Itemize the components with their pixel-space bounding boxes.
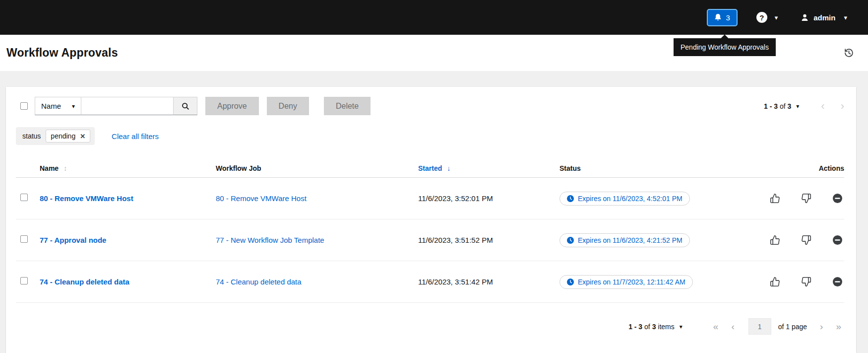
pending-approvals-tooltip: Pending Workflow Approvals (674, 38, 776, 56)
status-badge-label: Expires on 11/6/2023, 4:52:01 PM (578, 195, 682, 203)
caret-down-icon: ▾ (844, 14, 847, 21)
column-header-status: Status (559, 164, 768, 172)
table-row: 80 - Remove VMWare Host 80 - Remove VMWa… (16, 178, 844, 219)
thumbs-up-icon (770, 235, 780, 245)
current-page-input[interactable] (748, 318, 771, 335)
filter-attribute-select[interactable]: Name ▾ (35, 97, 81, 115)
clock-icon (567, 279, 574, 285)
row-checkbox[interactable] (20, 194, 28, 201)
cancel-row-button[interactable] (832, 193, 843, 204)
history-icon (844, 48, 854, 58)
help-menu[interactable]: ? ▾ (756, 12, 778, 23)
pagination-bottom-range: 1 - 3 of 3 items (628, 323, 675, 331)
approval-name-link[interactable]: 74 - Cleanup deleted data (40, 278, 129, 286)
masthead: 3 ? ▾ admin ▾ (0, 0, 868, 35)
cancel-row-button[interactable] (832, 235, 843, 245)
search-input[interactable] (81, 97, 174, 115)
status-badge[interactable]: Expires on 11/6/2023, 4:21:52 PM (559, 233, 690, 247)
content-area: Name ▾ Approve Deny Delete 1 - 3 of 3 ▾ (0, 71, 868, 353)
pagination-top-range: 1 - 3 of 3 (764, 102, 791, 110)
bell-icon (714, 13, 722, 21)
column-header-actions: Actions (768, 164, 844, 172)
table-row: 74 - Cleanup deleted data 74 - Cleanup d… (16, 261, 844, 303)
minus-circle-icon (832, 277, 843, 287)
clear-all-filters-link[interactable]: Clear all filters (112, 132, 159, 141)
workflow-job-link[interactable]: 80 - Remove VMWare Host (216, 194, 307, 203)
clock-icon (567, 195, 574, 202)
caret-down-icon: ▾ (72, 103, 75, 109)
delete-button[interactable]: Delete (324, 97, 371, 115)
thumbs-up-icon (770, 193, 780, 204)
sort-icon[interactable]: ↕ (63, 164, 67, 172)
deny-button[interactable]: Deny (267, 97, 309, 115)
pagination-range: 1 - 3 (628, 323, 642, 331)
started-timestamp: 11/6/2023, 3:51:42 PM (418, 278, 559, 286)
column-header-workflow-job: Workflow Job (216, 164, 418, 172)
pagination-of-label: of (644, 323, 650, 331)
select-all-checkbox[interactable] (20, 102, 28, 110)
approve-row-button[interactable] (770, 193, 780, 204)
user-icon (801, 13, 809, 22)
pagination-nav: « ‹ of 1 page › » (713, 318, 841, 335)
workflow-approvals-card: Name ▾ Approve Deny Delete 1 - 3 of 3 ▾ (6, 87, 856, 353)
column-header-name[interactable]: Name↕ (40, 164, 216, 172)
table-row: 77 - Approval node 77 - New Workflow Job… (16, 219, 844, 261)
next-page-button[interactable]: › (841, 101, 844, 112)
caret-down-icon[interactable]: ▾ (680, 323, 682, 330)
page-count-label: of 1 page (778, 323, 807, 331)
sort-descending-icon[interactable]: ↓ (447, 164, 450, 172)
thumbs-down-icon (801, 235, 811, 245)
clock-icon (567, 237, 574, 244)
workflow-job-link[interactable]: 74 - Cleanup deleted data (216, 278, 302, 286)
search-button[interactable] (174, 97, 197, 115)
filter-chip-label: pending (51, 132, 75, 140)
prev-page-button[interactable]: ‹ (731, 322, 734, 331)
thumbs-down-icon (801, 193, 811, 204)
workflow-job-link[interactable]: 77 - New Workflow Job Template (216, 236, 324, 244)
next-page-button[interactable]: › (820, 322, 823, 331)
status-badge[interactable]: Expires on 11/7/2023, 12:11:42 AM (559, 275, 693, 289)
filter-attribute-value: Name (41, 102, 61, 110)
status-badge[interactable]: Expires on 11/6/2023, 4:52:01 PM (559, 192, 690, 206)
started-timestamp: 11/6/2023, 3:52:01 PM (418, 194, 559, 203)
deny-row-button[interactable] (801, 277, 811, 287)
page-title: Workflow Approvals (6, 46, 118, 60)
notifications-button[interactable]: 3 (707, 9, 737, 26)
remove-filter-icon[interactable]: ✕ (80, 133, 85, 140)
filter-chip: pending ✕ (46, 130, 90, 142)
toolbar: Name ▾ Approve Deny Delete 1 - 3 of 3 ▾ (16, 97, 844, 115)
approve-row-button[interactable] (770, 235, 780, 245)
filter-category-label: status (22, 132, 41, 140)
deny-row-button[interactable] (801, 193, 811, 204)
column-header-started[interactable]: Started↓ (418, 164, 559, 172)
filter-chip-group: status pending ✕ (16, 127, 95, 145)
refresh-history-button[interactable] (844, 48, 854, 58)
caret-down-icon: ▾ (775, 14, 778, 21)
deny-row-button[interactable] (801, 235, 811, 245)
pagination-top: 1 - 3 of 3 ▾ ‹ › (764, 101, 844, 112)
row-checkbox[interactable] (20, 277, 28, 284)
last-page-button[interactable]: » (836, 322, 841, 331)
approve-row-button[interactable] (770, 277, 780, 287)
minus-circle-icon (832, 193, 843, 204)
question-circle-icon: ? (756, 12, 767, 23)
user-menu[interactable]: admin ▾ (801, 13, 847, 22)
pagination-total: 3 (652, 323, 656, 331)
notification-count: 3 (726, 13, 730, 22)
first-page-button[interactable]: « (713, 322, 719, 331)
prev-page-button[interactable]: ‹ (821, 101, 824, 112)
caret-down-icon[interactable]: ▾ (796, 103, 799, 110)
row-checkbox[interactable] (20, 235, 28, 243)
approve-button[interactable]: Approve (205, 97, 259, 115)
status-badge-label: Expires on 11/6/2023, 4:21:52 PM (578, 236, 682, 244)
pagination-total: 3 (788, 102, 792, 110)
search-icon (182, 102, 189, 110)
approval-name-link[interactable]: 80 - Remove VMWare Host (40, 194, 133, 203)
started-timestamp: 11/6/2023, 3:51:52 PM (418, 236, 559, 244)
approval-name-link[interactable]: 77 - Approval node (40, 236, 106, 244)
filter-chip-row: status pending ✕ Clear all filters (16, 127, 844, 145)
cancel-row-button[interactable] (832, 277, 843, 287)
username-label: admin (813, 13, 835, 22)
pagination-items-label: items (658, 323, 674, 331)
thumbs-up-icon (770, 277, 780, 287)
